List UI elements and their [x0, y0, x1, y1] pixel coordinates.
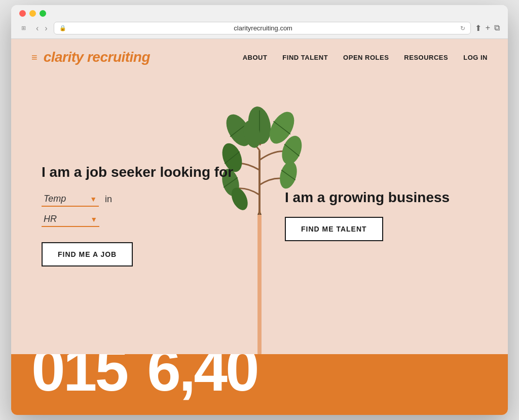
address-bar[interactable]: 🔒 clarityrecruiting.com ↻	[54, 22, 471, 34]
find-me-talent-button[interactable]: FIND ME TALENT	[285, 217, 383, 241]
job-seeker-form: Temp Full-Time Part-Time Contract ▼ in	[42, 192, 234, 227]
sidebar-toggle-icon[interactable]: ⊞	[19, 24, 28, 32]
new-tab-icon[interactable]: +	[486, 23, 490, 33]
share-icon[interactable]: ⬆	[475, 23, 481, 33]
close-button[interactable]	[19, 10, 26, 17]
job-seeker-heading: I am a job seeker looking for	[42, 163, 234, 181]
refresh-icon[interactable]: ↻	[460, 25, 465, 32]
nav-open-roles[interactable]: OPEN ROLES	[343, 54, 389, 61]
field-select-wrapper: HR Marketing Finance Tech Sales ▼	[42, 212, 99, 227]
url-display: clarityrecruiting.com	[69, 24, 457, 32]
find-me-job-button[interactable]: FIND ME A JOB	[42, 242, 133, 266]
job-type-row: Temp Full-Time Part-Time Contract ▼ in	[42, 192, 234, 207]
business-heading: I am a growing business	[285, 188, 477, 207]
field-row: HR Marketing Finance Tech Sales ▼	[42, 212, 234, 227]
job-type-select-wrapper: Temp Full-Time Part-Time Contract ▼	[42, 192, 99, 207]
stat-number-1: 015	[31, 354, 127, 400]
page-content: ≡ clarity recruiting ABOUT FIND TALENT O…	[11, 39, 508, 415]
hero-left: I am a job seeker looking for Temp Full-…	[11, 75, 265, 354]
job-type-select[interactable]: Temp Full-Time Part-Time Contract	[42, 192, 99, 207]
browser-window: ⊞ ‹ › 🔒 clarityrecruiting.com ↻ ⬆ + ⧉ ≡	[11, 5, 508, 415]
nav-log-in[interactable]: LOG IN	[463, 54, 488, 61]
tabs-icon[interactable]: ⧉	[494, 23, 500, 33]
nav-resources[interactable]: RESOURCES	[404, 54, 448, 61]
traffic-lights	[19, 10, 500, 17]
minimize-button[interactable]	[29, 10, 36, 17]
forward-button[interactable]: ›	[43, 23, 49, 34]
window-controls: ⊞	[19, 24, 28, 32]
field-select[interactable]: HR Marketing Finance Tech Sales	[42, 212, 99, 227]
nav-find-talent[interactable]: FIND TALENT	[282, 54, 328, 61]
maximize-button[interactable]	[40, 10, 46, 17]
browser-toolbar: ⊞ ‹ › 🔒 clarityrecruiting.com ↻ ⬆ + ⧉	[19, 22, 500, 34]
nav-buttons: ‹ ›	[34, 23, 50, 34]
site-navigation: ≡ clarity recruiting ABOUT FIND TALENT O…	[11, 39, 508, 75]
site-logo: clarity recruiting	[44, 49, 150, 65]
stat-number-2: 6,40	[147, 354, 257, 400]
hero-right: I am a growing business FIND ME TALENT	[265, 75, 508, 354]
browser-action-buttons: ⬆ + ⧉	[475, 23, 500, 33]
stats-section: 015 6,40	[11, 354, 508, 415]
nav-about[interactable]: ABOUT	[243, 54, 268, 61]
hamburger-menu-icon[interactable]: ≡	[31, 52, 38, 63]
in-label: in	[105, 194, 112, 205]
nav-left: ≡ clarity recruiting	[31, 49, 243, 65]
browser-chrome: ⊞ ‹ › 🔒 clarityrecruiting.com ↻ ⬆ + ⧉	[11, 5, 508, 39]
back-button[interactable]: ‹	[34, 23, 41, 34]
nav-links: ABOUT FIND TALENT OPEN ROLES RESOURCES L…	[243, 54, 488, 61]
security-icon: 🔒	[59, 25, 66, 31]
hero-section: I am a job seeker looking for Temp Full-…	[11, 75, 508, 354]
